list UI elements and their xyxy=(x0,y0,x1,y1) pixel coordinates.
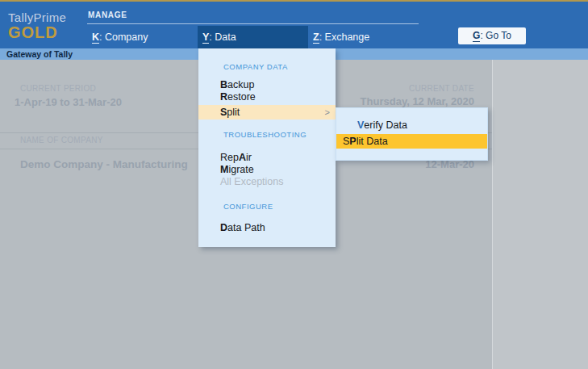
menu-section-manage-label: MANAGE xyxy=(88,10,127,19)
right-sidebar-panel xyxy=(492,60,588,369)
brand-edition-label: GOLD xyxy=(8,23,58,42)
menu-item-backup[interactable]: Backup xyxy=(198,78,336,91)
company-name-value: Demo Company - Manufacturing xyxy=(20,158,188,170)
section-header-troubleshooting: TROUBLESHOOTING xyxy=(223,130,307,139)
restore-post: estore xyxy=(227,91,256,103)
repair-pre: Rep xyxy=(220,152,239,163)
submenu-item-verify-data[interactable]: Verify Data xyxy=(336,118,487,132)
menu-item-data-selected[interactable]: Y: Data xyxy=(198,26,308,48)
current-period-value: 1-Apr-19 to 31-Mar-20 xyxy=(15,96,122,108)
verify-post: erify Data xyxy=(364,120,407,131)
go-to-button-label: : Go To xyxy=(480,30,511,41)
go-to-button[interactable]: G: Go To xyxy=(458,27,526,44)
manage-underline-divider xyxy=(87,23,419,24)
top-menu-bar: TallyPrime GOLD MANAGE K: Company Y: Dat… xyxy=(0,2,588,48)
hotkey-k: K xyxy=(92,31,99,44)
data-path-hotkey: D xyxy=(220,222,227,233)
backup-hotkey: B xyxy=(220,79,227,90)
submenu-arrow-icon: > xyxy=(325,105,330,120)
menu-item-company[interactable]: K: Company xyxy=(87,26,198,48)
migrate-post: igrate xyxy=(228,164,253,175)
tallyprime-window: TallyPrime GOLD MANAGE K: Company Y: Dat… xyxy=(0,0,588,369)
menu-item-company-label: : Company xyxy=(99,31,148,43)
split-data-post: lit Data xyxy=(357,136,388,147)
split-submenu: Verify Data SPlit Data xyxy=(336,107,488,161)
current-date-label: CURRENT DATE xyxy=(409,84,474,93)
menu-item-data-label: : Data xyxy=(209,31,236,43)
data-menu-dropdown: COMPANY DATA Backup Restore Split> TROUB… xyxy=(198,48,336,247)
menu-item-exchange-label: : Exchange xyxy=(319,31,370,43)
restore-hotkey: R xyxy=(220,91,227,103)
menu-item-all-exceptions-disabled: All Exceptions xyxy=(198,175,336,188)
split-post: plit xyxy=(227,107,240,118)
backup-post: ackup xyxy=(227,79,254,90)
menu-item-restore[interactable]: Restore xyxy=(198,90,336,103)
current-date-value: Thursday, 12 Mar, 2020 xyxy=(361,95,474,107)
breadcrumb-label: Gateway of Tally xyxy=(6,49,73,59)
migrate-hotkey: M xyxy=(220,164,228,175)
name-of-company-label: NAME OF COMPANY xyxy=(20,136,103,145)
menu-item-migrate[interactable]: Migrate xyxy=(198,163,336,176)
section-header-configure: CONFIGURE xyxy=(223,202,273,211)
menu-item-split-highlighted[interactable]: Split> xyxy=(198,105,336,120)
menu-item-repair[interactable]: RepAir xyxy=(198,151,336,164)
brand-product-name: TallyPrime xyxy=(8,10,66,24)
hotkey-z: Z xyxy=(313,31,319,44)
repair-post: ir xyxy=(246,152,252,163)
section-header-company-data: COMPANY DATA xyxy=(223,62,288,71)
split-data-hotkey: P xyxy=(349,136,356,147)
repair-hotkey: A xyxy=(239,152,246,163)
submenu-item-split-data-highlighted[interactable]: SPlit Data xyxy=(336,134,487,149)
menu-item-exchange[interactable]: Z: Exchange xyxy=(308,26,419,48)
current-period-label: CURRENT PERIOD xyxy=(20,84,96,93)
data-path-post: ata Path xyxy=(227,222,265,233)
menu-item-data-path[interactable]: Data Path xyxy=(198,221,336,234)
